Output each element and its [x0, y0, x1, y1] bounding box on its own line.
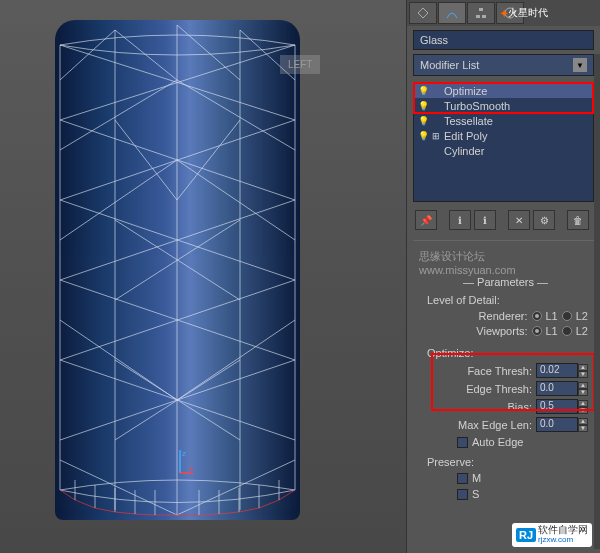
- bias-input[interactable]: 0.5: [536, 399, 578, 414]
- spinner-up-icon[interactable]: ▲: [578, 364, 588, 371]
- modifier-list-dropdown[interactable]: Modifier List ▼: [413, 54, 594, 76]
- stack-item-editpoly[interactable]: 💡 ⊞ Edit Poly: [414, 128, 593, 143]
- viewports-l2-radio[interactable]: [562, 326, 572, 336]
- bottom-watermark-logo: RJ 软件自学网 rjzxw.com: [512, 523, 592, 547]
- dropdown-arrow-icon: ▼: [573, 58, 587, 72]
- stack-item-tessellate[interactable]: 💡 Tessellate: [414, 113, 593, 128]
- viewports-label: Viewports:: [476, 325, 527, 337]
- stack-item-optimize[interactable]: 💡 Optimize: [414, 83, 593, 98]
- lightbulb-icon[interactable]: 💡: [418, 116, 428, 126]
- face-thresh-input[interactable]: 0.02: [536, 363, 578, 378]
- spinner-up-icon[interactable]: ▲: [578, 418, 588, 425]
- svg-rect-45: [479, 8, 483, 11]
- lightbulb-icon: [418, 146, 428, 156]
- stack-toolbar: 📌 ℹ ℹ ✕ ⚙ 🗑: [413, 208, 594, 232]
- edge-thresh-input[interactable]: 0.0: [536, 381, 578, 396]
- axis-gizmo[interactable]: z x: [165, 448, 195, 478]
- stack-item-turbosmooth[interactable]: 💡 TurboSmooth: [414, 98, 593, 113]
- svg-line-25: [60, 320, 177, 400]
- wireframe-mesh: [55, 20, 300, 520]
- svg-line-13: [60, 30, 115, 80]
- lightbulb-icon[interactable]: 💡: [418, 131, 428, 141]
- modifier-list-label: Modifier List: [420, 59, 479, 71]
- svg-line-19: [115, 120, 177, 200]
- s-label: S: [472, 488, 479, 500]
- m-label: M: [472, 472, 481, 484]
- wireframe-object[interactable]: [55, 20, 300, 520]
- svg-text:z: z: [182, 449, 186, 458]
- svg-rect-46: [476, 15, 480, 18]
- lod-section-label: Level of Detail:: [427, 294, 592, 306]
- command-panel: ✦ 火星时代 Glass Modifier List ▼ 💡 Optimize …: [406, 0, 600, 553]
- max-edge-input[interactable]: 0.0: [536, 417, 578, 432]
- modifier-name: TurboSmooth: [444, 100, 510, 112]
- trash-button[interactable]: 🗑: [567, 210, 589, 230]
- svg-line-26: [177, 320, 295, 400]
- viewports-l1-radio[interactable]: [532, 326, 542, 336]
- svg-line-22: [177, 160, 295, 240]
- modify-tab[interactable]: [438, 2, 466, 24]
- svg-line-17: [60, 80, 177, 150]
- spinner-up-icon[interactable]: ▲: [578, 382, 588, 389]
- panel-scrollbar[interactable]: [594, 54, 600, 549]
- auto-edge-checkbox[interactable]: [457, 437, 468, 448]
- max-edge-label: Max Edge Len:: [458, 419, 532, 431]
- expand-icon[interactable]: ⊞: [432, 131, 440, 141]
- face-thresh-label: Face Thresh:: [467, 365, 532, 377]
- spinner-up-icon[interactable]: ▲: [578, 400, 588, 407]
- optimize-section-label: Optimize:: [427, 347, 592, 359]
- pin-stack-button[interactable]: 📌: [415, 210, 437, 230]
- preserve-section-label: Preserve:: [427, 456, 592, 468]
- lightbulb-icon[interactable]: 💡: [418, 86, 428, 96]
- svg-line-20: [177, 120, 240, 200]
- modifier-stack[interactable]: 💡 Optimize 💡 TurboSmooth 💡 Tessellate 💡 …: [413, 82, 594, 202]
- modifier-name: Tessellate: [444, 115, 493, 127]
- svg-line-21: [60, 160, 177, 240]
- modifier-name: Optimize: [444, 85, 487, 97]
- auto-edge-label: Auto Edge: [472, 436, 523, 448]
- svg-rect-47: [482, 15, 486, 18]
- viewport-3d[interactable]: LEFT z x: [0, 0, 406, 553]
- make-unique-button[interactable]: ℹ: [474, 210, 496, 230]
- configure-button[interactable]: ⚙: [533, 210, 555, 230]
- stack-item-cylinder[interactable]: Cylinder: [414, 143, 593, 158]
- svg-line-18: [177, 80, 295, 150]
- l1-label: L1: [546, 310, 558, 322]
- spinner-down-icon[interactable]: ▼: [578, 389, 588, 396]
- show-end-result-button[interactable]: ℹ: [449, 210, 471, 230]
- rollout-header[interactable]: — Parameters —: [419, 276, 592, 288]
- hierarchy-tab[interactable]: [467, 2, 495, 24]
- spinner-down-icon[interactable]: ▼: [578, 407, 588, 414]
- spinner-down-icon[interactable]: ▼: [578, 425, 588, 432]
- renderer-label: Renderer:: [479, 310, 528, 322]
- remove-modifier-button[interactable]: ✕: [508, 210, 530, 230]
- l2-label: L2: [576, 310, 588, 322]
- viewport-label: LEFT: [280, 55, 320, 74]
- parameters-rollout: 思缘设计论坛 www.missyuan.com — Parameters — L…: [413, 240, 598, 512]
- create-tab[interactable]: [409, 2, 437, 24]
- modifier-name: Edit Poly: [444, 130, 487, 142]
- renderer-l1-radio[interactable]: [532, 311, 542, 321]
- preserve-m-checkbox[interactable]: [457, 473, 468, 484]
- svg-line-15: [177, 25, 240, 80]
- svg-text:x: x: [189, 464, 193, 473]
- bias-label: Bias:: [508, 401, 532, 413]
- watermark-text: 思缘设计论坛 www.missyuan.com: [419, 249, 519, 276]
- object-name-field[interactable]: Glass: [413, 30, 594, 50]
- spinner-down-icon[interactable]: ▼: [578, 371, 588, 378]
- l2-label: L2: [576, 325, 588, 337]
- l1-label: L1: [546, 325, 558, 337]
- preserve-s-checkbox[interactable]: [457, 489, 468, 500]
- modifier-name: Cylinder: [444, 145, 484, 157]
- edge-thresh-label: Edge Thresh:: [466, 383, 532, 395]
- lightbulb-icon[interactable]: 💡: [418, 101, 428, 111]
- top-logo: ✦ 火星时代: [500, 0, 600, 26]
- renderer-l2-radio[interactable]: [562, 311, 572, 321]
